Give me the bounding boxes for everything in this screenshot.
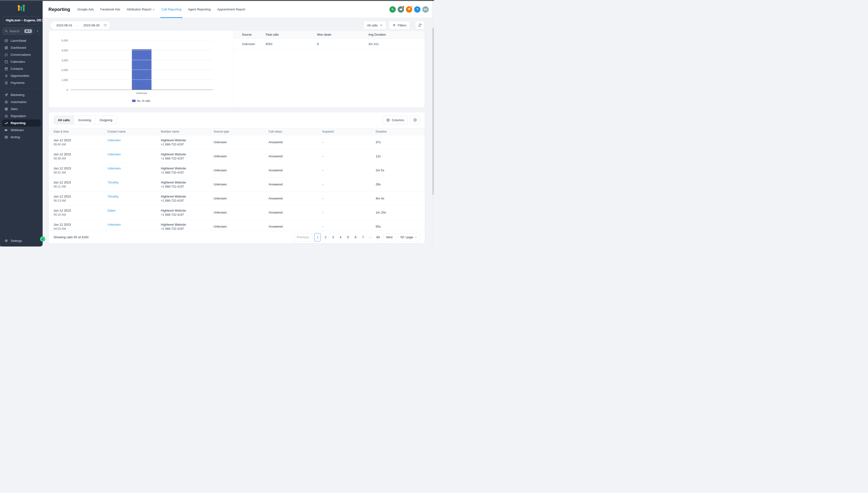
source-table-header: SourceTotal callsWon dealsAvg Duration <box>234 30 425 39</box>
page-number-84[interactable]: 84 <box>375 233 381 241</box>
cell-number-name: Highlevel Website+1 888-732-4197 <box>161 195 213 202</box>
sidebar-item-marketing[interactable]: Marketing <box>2 91 41 99</box>
sidebar-collapse-button[interactable] <box>40 236 45 242</box>
gohighlevel-logo <box>0 1 43 13</box>
date-range-picker[interactable]: 2023-06-01 → 2023-06-30 <box>50 21 110 29</box>
call-row: Jun 12 202305:10 AMDawnHighlevel Website… <box>49 206 425 220</box>
help-button[interactable]: ? <box>414 6 420 13</box>
chevron-left-icon <box>41 238 44 240</box>
call-type-dropdown[interactable]: All calls <box>364 21 386 29</box>
cell-keyword: - <box>322 211 375 214</box>
refresh-button[interactable] <box>415 21 425 29</box>
source-cell: 4092 <box>266 42 317 46</box>
sidebar-item-opportunities[interactable]: Opportunities <box>2 72 41 79</box>
call-row: Jun 12 202308:40 AMUnknownHighlevel Webs… <box>49 135 425 149</box>
chart-category-label: Unknown <box>70 92 213 94</box>
filters-button[interactable]: Filters <box>389 21 410 29</box>
contact-link[interactable]: Timothy <box>108 180 119 184</box>
cell-duration: 2m 5s <box>375 169 425 172</box>
page-number-2[interactable]: 2 <box>323 233 328 241</box>
cell-source-type: Unknown <box>213 211 269 214</box>
scrollbar-thumb[interactable] <box>433 28 434 195</box>
ai-assistant-button[interactable] <box>35 27 40 35</box>
tab-agent-reporting[interactable]: Agent Reporting <box>188 1 211 18</box>
tab-facebook-ads[interactable]: Facebook Ads <box>100 1 120 18</box>
svg-text:$: $ <box>6 82 7 84</box>
sidebar-item-label: Payments <box>11 81 25 85</box>
sidebar-item-testing[interactable]: testing <box>2 133 41 141</box>
sidebar-item-payments[interactable]: $Payments <box>2 79 41 86</box>
filters-row: 2023-06-01 → 2023-06-30 All calls Filter <box>50 21 425 29</box>
page-number-1[interactable]: 1 <box>314 233 321 241</box>
testing-icon <box>4 135 8 139</box>
call-date: Jun 12 2023 <box>53 223 108 227</box>
calls-tab-incoming[interactable]: Incoming <box>74 116 95 124</box>
page-number-4[interactable]: 4 <box>338 233 343 241</box>
sidebar-item-dashboard[interactable]: Dashboard <box>2 44 41 51</box>
source-table-body: Unknown409263m 41s <box>234 39 425 49</box>
number-name: Highlevel Website <box>161 152 213 156</box>
announcements-button[interactable] <box>398 6 404 13</box>
contact-link[interactable]: Timothy <box>108 195 119 198</box>
page-size-select[interactable]: 50 / page <box>398 233 420 241</box>
legend-label: No. of calls <box>137 99 150 102</box>
cell-source-type: Unknown <box>213 197 269 200</box>
columns-button[interactable]: Columns <box>383 115 408 124</box>
scrollbar[interactable] <box>432 1 434 246</box>
reputation-icon <box>4 114 8 118</box>
y-axis-tick-label: 4,000 <box>49 49 68 52</box>
tab-call-reporting[interactable]: Call Reporting <box>162 1 181 18</box>
page-number-6[interactable]: 6 <box>353 233 358 241</box>
contact-subline <box>108 170 161 174</box>
export-button[interactable] <box>410 115 420 124</box>
calls-col-source-type: Source type <box>213 130 269 133</box>
sidebar-item-settings[interactable]: Settings <box>4 239 22 243</box>
cell-number-name: Highlevel Website+1 888-732-4197 <box>161 180 213 188</box>
phone-button[interactable] <box>389 6 396 13</box>
bolt-icon <box>36 29 39 33</box>
cell-contact: Unknown <box>108 138 161 146</box>
account-switcher[interactable]: HighLevel -- Eugene, OR <box>2 16 40 24</box>
contact-link[interactable]: Unknown <box>108 167 121 170</box>
tab-google-ads[interactable]: Google Ads <box>77 1 94 18</box>
sidebar-item-launchpad[interactable]: Launchpad <box>2 37 41 44</box>
sidebar-item-sites[interactable]: Sites <box>2 105 41 112</box>
notifications-button[interactable] <box>406 6 412 13</box>
search-input-wrap[interactable]: ⌘ K <box>2 27 33 35</box>
page-number-7[interactable]: 7 <box>360 233 366 241</box>
search-input[interactable] <box>9 29 23 33</box>
sidebar-item-reporting[interactable]: Reporting <box>2 120 41 127</box>
sidebar-item-webinars[interactable]: Webinars <box>2 127 41 133</box>
date-to: 2023-06-30 <box>84 23 100 27</box>
sidebar-item-calendars[interactable]: Calendars <box>2 58 41 65</box>
call-time: 04:03 AM <box>53 227 108 231</box>
calls-tab-outgoing[interactable]: Outgoing <box>95 116 116 124</box>
sidebar-item-conversations[interactable]: Conversations <box>2 51 41 58</box>
next-page-button[interactable]: Next <box>383 233 396 241</box>
filters-label: Filters <box>398 23 406 27</box>
contact-subline <box>108 212 161 216</box>
contact-link[interactable]: Unknown <box>108 152 121 156</box>
sidebar-item-automation[interactable]: Automation <box>2 99 41 105</box>
tab-appointment-report[interactable]: Appointment Report <box>217 1 245 18</box>
sidebar-item-contacts[interactable]: Contacts <box>2 65 41 72</box>
avatar[interactable]: SK <box>422 6 429 13</box>
sidebar-item-label: Contacts <box>11 67 23 70</box>
call-row: Jun 12 202306:21 AMTimothyHighlevel Webs… <box>49 177 425 192</box>
y-axis-tick-label: 5,000 <box>49 39 68 42</box>
contact-subline <box>108 156 161 160</box>
contact-link[interactable]: Unknown <box>108 223 121 227</box>
cell-call-status: Answered <box>269 169 322 172</box>
contact-link[interactable]: Dawn <box>108 209 116 212</box>
tab-attribution-report[interactable]: Attribution Report <box>127 1 155 18</box>
cell-source-type: Unknown <box>213 154 269 158</box>
toolbar-separator <box>412 22 413 28</box>
calls-tab-all-calls[interactable]: All calls <box>54 116 74 124</box>
sidebar-item-reputation[interactable]: Reputation <box>2 112 41 120</box>
cell-source-type: Unknown <box>213 225 269 228</box>
page-number-3[interactable]: 3 <box>330 233 336 241</box>
contact-link[interactable]: Unknown <box>108 138 121 142</box>
sidebar: HighLevel -- Eugene, OR ⌘ K LaunchpadDas… <box>0 1 43 246</box>
previous-page-button[interactable]: Previous <box>294 233 313 241</box>
page-number-5[interactable]: 5 <box>345 233 351 241</box>
